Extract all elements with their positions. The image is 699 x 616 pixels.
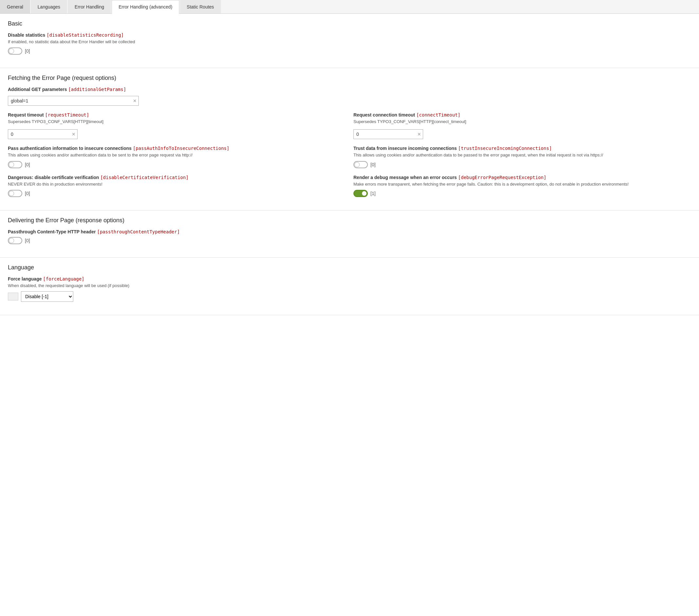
connect-timeout-label: Request connection timeout [connectTimeo… <box>353 112 691 118</box>
render-debug-desc: Make errors more transparent, when fetch… <box>353 181 691 187</box>
trust-insecure-desc: This allows using cookies and/or authent… <box>353 152 691 158</box>
passthrough-content-type-toggle[interactable] <box>8 237 22 244</box>
disable-cert-toggle[interactable] <box>8 190 22 197</box>
trust-insecure-toggle-knob <box>354 162 360 167</box>
passthrough-content-type-toggle-knob <box>9 238 14 243</box>
connect-timeout-key: [connectTimeout] <box>416 112 460 118</box>
cert-debug-row: Dangerous: disable certificate verificat… <box>8 175 691 204</box>
trust-insecure-field: Trust data from insecure incoming connec… <box>353 146 691 168</box>
disable-cert-toggle-row: [0] <box>8 190 346 197</box>
section-fetching: Fetching the Error Page (request options… <box>0 68 699 210</box>
render-debug-field: Render a debug message when an error occ… <box>353 175 691 197</box>
render-debug-toggle-row: [1] <box>353 190 691 197</box>
section-language: Language Force language [forceLanguage] … <box>0 258 699 315</box>
trust-insecure-label: Trust data from insecure incoming connec… <box>353 146 691 151</box>
passthrough-content-type-field: Passthrough Content-Type HTTP header [pa… <box>8 229 691 244</box>
tab-bar: General Languages Error Handling Error H… <box>0 0 699 14</box>
passthrough-content-type-key: [passthroughContentTypeHeader] <box>97 229 180 234</box>
force-language-desc: When disabled, the requested language wi… <box>8 283 691 289</box>
disable-cert-desc: NEVER EVER do this in production environ… <box>8 181 346 187</box>
pass-auth-toggle[interactable] <box>8 161 22 168</box>
disable-statistics-toggle[interactable] <box>8 48 22 55</box>
pass-auth-label: Pass authentication information to insec… <box>8 146 346 151</box>
force-language-key: [forceLanguage] <box>43 276 84 281</box>
force-language-select[interactable]: Disable [-1] <box>21 291 73 302</box>
tab-error-handling[interactable]: Error Handling <box>68 0 111 13</box>
disable-cert-label: Dangerous: disable certificate verificat… <box>8 175 346 180</box>
section-basic-title: Basic <box>8 20 691 27</box>
disable-statistics-key: [disableStatisticsRecording] <box>47 32 124 38</box>
force-language-flag <box>8 293 18 300</box>
passthrough-content-type-label: Passthrough Content-Type HTTP header [pa… <box>8 229 691 234</box>
pass-auth-toggle-row: [0] <box>8 161 346 168</box>
section-delivering: Delivering the Error Page (response opti… <box>0 210 699 258</box>
pass-auth-field: Pass authentication information to insec… <box>8 146 346 168</box>
connect-timeout-clear[interactable]: ✕ <box>417 132 421 136</box>
tab-error-handling-advanced[interactable]: Error Handling (advanced) <box>111 0 179 14</box>
force-language-label: Force language [forceLanguage] <box>8 276 691 281</box>
auth-row: Pass authentication information to insec… <box>8 146 691 174</box>
pass-auth-toggle-knob <box>9 162 14 167</box>
section-delivering-title: Delivering the Error Page (response opti… <box>8 217 691 224</box>
request-timeout-wrap: ✕ <box>8 129 78 139</box>
additional-get-params-label: Additional GET parameters [additionalGet… <box>8 87 691 92</box>
additional-get-params-field: Additional GET parameters [additionalGet… <box>8 87 691 106</box>
request-timeout-clear[interactable]: ✕ <box>72 132 76 136</box>
trust-insecure-key: [trustInsecureIncomingConnections] <box>458 146 552 151</box>
render-debug-toggle-knob <box>361 191 367 196</box>
trust-insecure-toggle-row: [0] <box>353 161 691 168</box>
disable-statistics-field: Disable statistics [disableStatisticsRec… <box>8 32 691 55</box>
connect-timeout-field: Request connection timeout [connectTimeo… <box>353 112 691 139</box>
section-basic: Basic Disable statistics [disableStatist… <box>0 14 699 68</box>
render-debug-toggle[interactable] <box>353 190 368 197</box>
render-debug-value: [1] <box>370 191 376 196</box>
timeout-row: Request timeout [requestTimeout] Superse… <box>8 112 691 146</box>
pass-auth-key: [passAuthInfoToInsecureConnections] <box>133 146 229 151</box>
disable-cert-toggle-knob <box>9 191 14 196</box>
disable-cert-key: [disableCertificateVerification] <box>100 175 188 180</box>
render-debug-label: Render a debug message when an error occ… <box>353 175 691 180</box>
disable-cert-value: [0] <box>25 191 30 196</box>
connect-timeout-desc: Supersedes TYPO3_CONF_VARS[HTTP][connect… <box>353 119 691 125</box>
trust-insecure-value: [0] <box>370 162 376 167</box>
disable-statistics-label: Disable statistics [disableStatisticsRec… <box>8 32 691 38</box>
pass-auth-value: [0] <box>25 162 30 167</box>
disable-statistics-desc: If enabled, no statistic data about the … <box>8 39 691 45</box>
tab-static-routes[interactable]: Static Routes <box>180 0 221 13</box>
passthrough-content-type-toggle-row: [0] <box>8 237 691 244</box>
render-debug-key: [debugErrorPageRequestException] <box>458 175 546 180</box>
trust-insecure-toggle[interactable] <box>353 161 368 168</box>
request-timeout-field: Request timeout [requestTimeout] Superse… <box>8 112 346 139</box>
section-fetching-title: Fetching the Error Page (request options… <box>8 75 691 81</box>
tab-general[interactable]: General <box>0 0 30 13</box>
connect-timeout-input[interactable] <box>353 129 423 139</box>
additional-get-params-clear[interactable]: ✕ <box>133 99 137 103</box>
request-timeout-key: [requestTimeout] <box>45 112 89 118</box>
force-language-select-wrap: Disable [-1] <box>8 291 691 302</box>
passthrough-content-type-value: [0] <box>25 238 30 243</box>
disable-statistics-value: [0] <box>25 49 30 54</box>
disable-statistics-toggle-row: [0] <box>8 48 691 55</box>
disable-cert-field: Dangerous: disable certificate verificat… <box>8 175 346 197</box>
section-language-title: Language <box>8 264 691 271</box>
request-timeout-desc: Supersedes TYPO3_CONF_VARS[HTTP][timeout… <box>8 119 346 125</box>
additional-get-params-wrap: ✕ <box>8 96 139 106</box>
request-timeout-label: Request timeout [requestTimeout] <box>8 112 346 118</box>
tab-languages[interactable]: Languages <box>31 0 67 13</box>
additional-get-params-input[interactable] <box>8 96 139 106</box>
connect-timeout-wrap: ✕ <box>353 129 423 139</box>
additional-get-params-key: [additionalGetParams] <box>68 87 126 92</box>
disable-statistics-toggle-knob <box>9 49 14 54</box>
pass-auth-desc: This allows using cookies and/or authent… <box>8 152 346 158</box>
force-language-field: Force language [forceLanguage] When disa… <box>8 276 691 302</box>
request-timeout-input[interactable] <box>8 129 78 139</box>
